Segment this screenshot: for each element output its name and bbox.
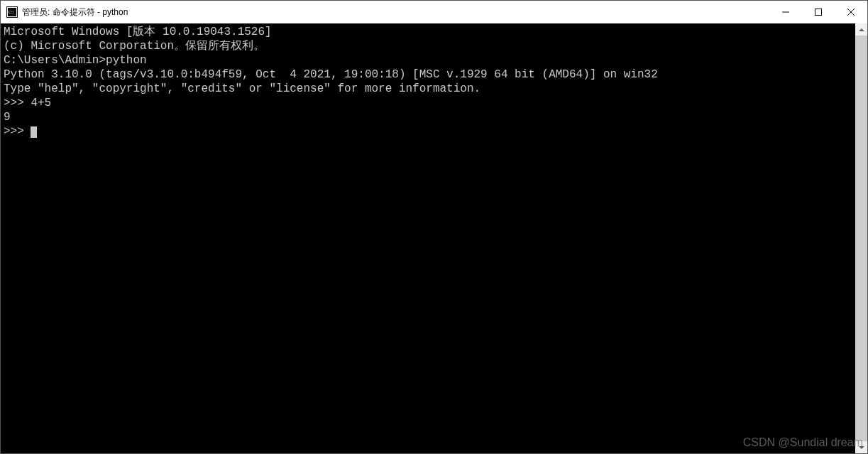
terminal-line: C:\Users\Admin>python bbox=[4, 53, 855, 67]
scroll-track[interactable] bbox=[855, 36, 867, 441]
cursor bbox=[31, 126, 37, 138]
terminal-line: >>> bbox=[4, 124, 855, 139]
terminal-line: 9 bbox=[4, 110, 855, 124]
maximize-button[interactable] bbox=[802, 1, 835, 23]
vertical-scrollbar[interactable] bbox=[855, 23, 867, 453]
svg-marker-8 bbox=[859, 28, 864, 31]
terminal-line: Type "help", "copyright", "credits" or "… bbox=[4, 82, 855, 96]
svg-rect-5 bbox=[815, 9, 822, 16]
close-button[interactable] bbox=[835, 1, 867, 23]
scroll-up-button[interactable] bbox=[855, 23, 867, 36]
window-title: 管理员: 命令提示符 - python bbox=[22, 6, 128, 18]
terminal-line: >>> 4+5 bbox=[4, 96, 855, 110]
client-area: Microsoft Windows [版本 10.0.19043.1526](c… bbox=[1, 23, 867, 453]
terminal[interactable]: Microsoft Windows [版本 10.0.19043.1526](c… bbox=[1, 23, 855, 453]
minimize-button[interactable] bbox=[769, 1, 802, 23]
terminal-line: (c) Microsoft Corporation。保留所有权利。 bbox=[4, 39, 855, 53]
cmd-icon: C:\ bbox=[6, 6, 18, 18]
svg-marker-9 bbox=[859, 446, 864, 449]
terminal-line: Python 3.10.0 (tags/v3.10.0:b494f59, Oct… bbox=[4, 67, 855, 82]
scroll-thumb[interactable] bbox=[855, 36, 867, 441]
scroll-down-button[interactable] bbox=[855, 441, 867, 453]
cmd-window: C:\ 管理员: 命令提示符 - python Microsoft Window… bbox=[0, 0, 868, 454]
terminal-line: Microsoft Windows [版本 10.0.19043.1526] bbox=[4, 25, 855, 39]
titlebar[interactable]: C:\ 管理员: 命令提示符 - python bbox=[1, 1, 867, 23]
svg-text:C:\: C:\ bbox=[9, 10, 14, 14]
